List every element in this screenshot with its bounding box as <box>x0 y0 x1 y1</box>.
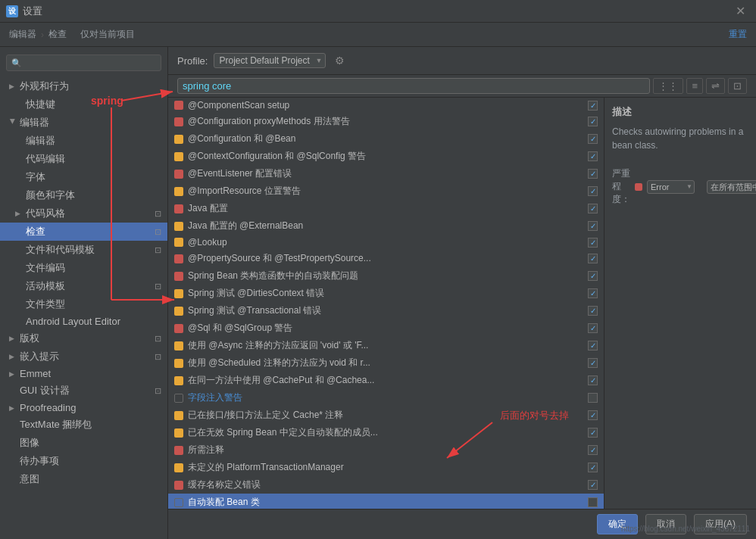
check-box[interactable] <box>588 204 598 213</box>
sidebar-item-font[interactable]: 字体 <box>0 168 167 186</box>
collapse-icon: ⇌ <box>711 80 720 92</box>
insp-row-5[interactable]: @ImportResource 位置警告 <box>168 182 604 200</box>
severity-select-wrap[interactable]: Error Warning <box>647 180 695 194</box>
check-box[interactable] <box>588 497 598 507</box>
check-box[interactable] <box>588 341 598 351</box>
insp-row-11[interactable]: Spring 测试 @DirtiesContext 错误 <box>168 285 604 302</box>
insp-row-18[interactable]: 已在接口/接口方法上定义 Cache* 注释 <box>168 407 604 424</box>
insp-row-8[interactable]: @Lookup <box>168 235 604 250</box>
check-box[interactable] <box>588 288 598 298</box>
sidebar-search-input[interactable] <box>25 58 156 68</box>
insp-row-2[interactable]: @Configuration 和 @Bean <box>168 130 604 148</box>
inspection-search-input[interactable] <box>183 80 645 92</box>
insp-row-14[interactable]: 使用 @Async 注释的方法应返回 'void' 或 'F... <box>168 337 604 354</box>
insp-row-10[interactable]: Spring Bean 类构造函数中的自动装配问题 <box>168 267 604 285</box>
check-box[interactable] <box>588 480 598 490</box>
sidebar-item-image[interactable]: 图像 <box>0 434 167 452</box>
sidebar-item-file-template[interactable]: 文件和代码模板 ⊡ <box>0 241 167 259</box>
sidebar-item-todo[interactable]: 待办事项 <box>0 452 167 470</box>
insp-row-23[interactable]: 自动装配 Bean 类 <box>168 494 604 509</box>
check-box[interactable] <box>588 428 598 438</box>
profile-select[interactable]: Project Default Project <box>214 53 326 68</box>
insp-row-3[interactable]: @ContextConfiguration 和 @SqlConfig 警告 <box>168 148 604 165</box>
severity-select[interactable]: Error Warning <box>647 180 695 194</box>
sidebar-item-editor-root[interactable]: ▶ 编辑器 <box>0 114 167 132</box>
profile-select-wrap[interactable]: Project Default Project <box>214 53 326 68</box>
sidebar-item-android-layout[interactable]: Android Layout Editor <box>0 313 167 329</box>
insp-row-16[interactable]: 在同一方法中使用 @CachePut 和 @Cachea... <box>168 372 604 389</box>
sidebar-item-intention[interactable]: 意图 <box>0 470 167 488</box>
check-box[interactable] <box>588 306 598 316</box>
sidebar-item-copyright[interactable]: ▶ 版权 ⊡ <box>0 329 167 347</box>
check-box[interactable] <box>588 445 598 455</box>
sidebar-item-enter-hint[interactable]: ▶ 嵌入提示 ⊡ <box>0 347 167 366</box>
insp-row-12[interactable]: Spring 测试 @Transactional 错误 <box>168 302 604 319</box>
sidebar-item-code-style[interactable]: ▶ 代码风格 ⊡ <box>0 204 167 223</box>
check-box[interactable] <box>588 101 598 111</box>
close-button[interactable]: ✕ <box>731 2 750 20</box>
profile-bar: Profile: Project Default Project ⚙ <box>168 47 756 75</box>
insp-row-20[interactable]: 所需注释 <box>168 441 604 459</box>
sidebar-item-label: 文件和代码模板 <box>26 243 152 257</box>
scope-select-wrap[interactable]: 在所有范围中 在项目文件中 <box>707 180 756 194</box>
insp-row-4[interactable]: @EventListener 配置错误 <box>168 165 604 182</box>
severity-dot <box>174 254 183 263</box>
check-box[interactable] <box>588 134 598 144</box>
insp-row-22[interactable]: 缓存名称定义错误 <box>168 476 604 494</box>
insp-row-1[interactable]: @Configuration proxyMethods 用法警告 <box>168 113 604 130</box>
insp-row-6[interactable]: Java 配置 <box>168 200 604 217</box>
sidebar-item-file-encoding[interactable]: 文件编码 <box>0 259 167 277</box>
sidebar-item-textmate[interactable]: TextMate 捆绑包 <box>0 416 167 434</box>
sidebar-item-emmet[interactable]: ▶ Emmet <box>0 366 167 382</box>
sidebar-item-editor[interactable]: 编辑器 <box>0 132 167 150</box>
sidebar-item-gui-designer[interactable]: GUI 设计器 ⊡ <box>0 382 167 400</box>
layout-button[interactable]: ⊡ <box>728 78 747 94</box>
sidebar-item-proofreading[interactable]: ▶ Proofreading <box>0 400 167 416</box>
sidebar-item-live-template[interactable]: 活动模板 ⊡ <box>0 277 167 295</box>
gear-button[interactable]: ⚙ <box>332 53 348 68</box>
sidebar-item-color-font[interactable]: 颜色和字体 <box>0 186 167 204</box>
insp-row-9[interactable]: @PropertySource 和 @TestPropertySource... <box>168 250 604 267</box>
check-box[interactable] <box>588 186 598 196</box>
check-box[interactable] <box>588 221 598 231</box>
insp-row-15[interactable]: 使用 @Scheduled 注释的方法应为 void 和 r... <box>168 354 604 372</box>
insp-row-0[interactable]: @ComponentScan setup <box>168 98 604 113</box>
apply-to-project: 仅对当前项目 <box>80 28 135 41</box>
insp-row-21[interactable]: 未定义的 PlatformTransactionManager <box>168 459 604 476</box>
check-box[interactable] <box>588 375 598 385</box>
check-box[interactable] <box>588 254 598 263</box>
insp-row-13[interactable]: @Sql 和 @SqlGroup 警告 <box>168 319 604 337</box>
arrow-icon: ▶ <box>9 335 17 342</box>
sidebar-search-wrap[interactable]: 🔍 <box>6 55 161 71</box>
check-box[interactable] <box>588 117 598 126</box>
check-box[interactable] <box>588 410 598 420</box>
filter-button[interactable]: ⋮⋮ <box>653 78 683 94</box>
check-box[interactable] <box>588 323 598 333</box>
insp-name: @ContextConfiguration 和 @SqlConfig 警告 <box>188 150 583 163</box>
severity-dot <box>174 135 183 144</box>
check-box[interactable] <box>588 238 598 248</box>
check-box[interactable] <box>588 151 598 161</box>
sidebar-item-code-editor[interactable]: 代码编辑 <box>0 150 167 168</box>
insp-row-7[interactable]: Java 配置的 @ExternalBean <box>168 217 604 235</box>
sidebar-item-inspection[interactable]: 检查 ⊡ <box>0 223 167 241</box>
scope-select[interactable]: 在所有范围中 在项目文件中 <box>707 180 756 194</box>
check-box[interactable] <box>588 271 598 281</box>
copy-icon: ⊡ <box>155 386 161 396</box>
sidebar-item-keymap[interactable]: 快捷键 <box>0 95 167 114</box>
insp-name: @ImportResource 位置警告 <box>188 185 583 198</box>
title-bar-left: 设 设置 <box>6 5 42 18</box>
sidebar-item-appearance[interactable]: ▶ 外观和行为 <box>0 77 167 95</box>
search-filter-wrap[interactable] <box>177 78 650 94</box>
collapse-button[interactable]: ⇌ <box>706 78 725 94</box>
insp-row-19[interactable]: 已在无效 Spring Bean 中定义自动装配的成员... <box>168 424 604 441</box>
insp-row-17[interactable]: 字段注入警告 <box>168 389 604 407</box>
check-box[interactable] <box>588 169 598 179</box>
check-box[interactable] <box>588 463 598 472</box>
check-box[interactable] <box>588 358 598 368</box>
check-box[interactable] <box>588 393 598 403</box>
expand-button[interactable]: ≡ <box>686 78 703 94</box>
sidebar-item-label: 待办事项 <box>20 454 161 468</box>
reset-link[interactable]: 重置 <box>729 28 747 41</box>
sidebar-item-file-type[interactable]: 文件类型 <box>0 295 167 313</box>
